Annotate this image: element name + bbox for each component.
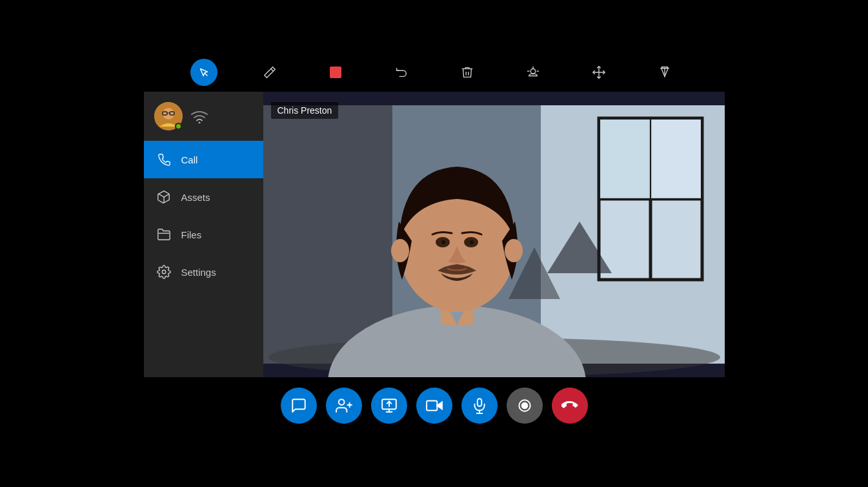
sidebar: Call Assets Files xyxy=(144,92,263,377)
svg-line-0 xyxy=(204,73,207,76)
shape-button[interactable] xyxy=(322,59,349,86)
sidebar-header xyxy=(144,92,263,141)
sidebar-item-assets[interactable]: Assets xyxy=(144,178,263,216)
sidebar-item-settings-label: Settings xyxy=(181,267,216,278)
sidebar-item-call[interactable]: Call xyxy=(144,141,263,178)
svg-marker-42 xyxy=(437,402,442,409)
pen-button[interactable] xyxy=(256,59,283,86)
svg-point-31 xyxy=(441,240,445,244)
sidebar-item-call-label: Call xyxy=(181,154,198,165)
svg-point-16 xyxy=(162,270,166,274)
pin-button[interactable] xyxy=(651,59,678,86)
sidebar-item-files-label: Files xyxy=(181,229,202,240)
svg-point-35 xyxy=(338,399,344,405)
svg-point-9 xyxy=(163,108,174,119)
add-participant-button[interactable] xyxy=(326,388,362,424)
sidebar-item-settings[interactable]: Settings xyxy=(144,253,263,291)
svg-point-48 xyxy=(521,403,527,409)
delete-button[interactable] xyxy=(454,59,481,86)
svg-point-32 xyxy=(470,240,474,244)
move-button[interactable] xyxy=(585,59,612,86)
user-avatar-container xyxy=(154,102,183,130)
svg-point-34 xyxy=(505,239,523,262)
video-toggle-button[interactable] xyxy=(416,388,452,424)
sidebar-item-files[interactable]: Files xyxy=(144,216,263,253)
video-feed: Chris Preston xyxy=(263,92,725,377)
svg-rect-23 xyxy=(600,119,650,198)
call-controls xyxy=(144,377,725,434)
main-area: Call Assets Files xyxy=(144,92,725,377)
end-call-button[interactable] xyxy=(552,388,588,424)
cursor-button[interactable] xyxy=(190,59,217,86)
screen-share-button[interactable] xyxy=(371,388,407,424)
record-button[interactable] xyxy=(507,388,543,424)
app-container: Call Assets Files xyxy=(144,53,725,434)
toolbar xyxy=(144,53,725,92)
svg-point-13 xyxy=(198,122,200,124)
sidebar-item-assets-label: Assets xyxy=(181,192,210,203)
caller-name-overlay: Chris Preston xyxy=(271,102,339,119)
caller-name: Chris Preston xyxy=(278,105,332,116)
online-status-indicator xyxy=(175,123,182,130)
microphone-button[interactable] xyxy=(461,388,498,424)
svg-point-1 xyxy=(530,69,535,74)
svg-rect-44 xyxy=(477,399,481,406)
undo-button[interactable] xyxy=(388,59,415,86)
wifi-icon xyxy=(190,109,208,123)
svg-point-33 xyxy=(391,239,409,262)
chat-button[interactable] xyxy=(281,388,317,424)
video-area: Chris Preston xyxy=(263,92,725,377)
svg-rect-43 xyxy=(427,400,437,410)
target-button[interactable] xyxy=(520,59,547,86)
svg-rect-24 xyxy=(651,119,701,198)
